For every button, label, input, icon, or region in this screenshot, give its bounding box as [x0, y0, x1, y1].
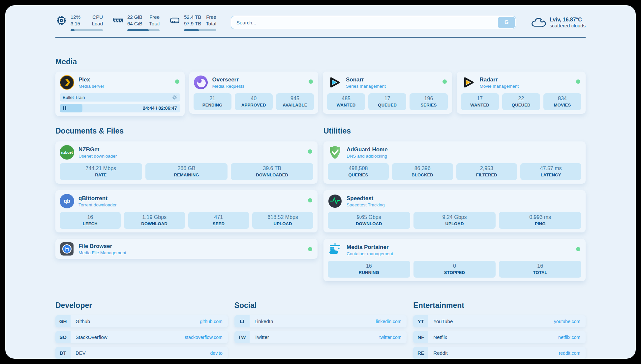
ram-total: 64 GiB: [127, 20, 142, 27]
link-linkedin[interactable]: LI LinkedIn linkedin.com: [234, 315, 407, 327]
stat-tile: 2,953FILTERED: [456, 163, 517, 180]
search-engine-button[interactable]: G: [498, 17, 515, 28]
weather-widget[interactable]: Lviv, 16.87°C scattered clouds: [531, 16, 586, 28]
adguard-card[interactable]: AdGuard Home DNS and adblocking 498,508Q…: [323, 141, 586, 184]
link-twitter[interactable]: TW Twitter twitter.com: [234, 331, 407, 343]
app-name: Speedtest: [347, 195, 385, 202]
nzbget-card[interactable]: nzbget NZBGet Usenet downloader 744.21 M…: [55, 141, 318, 184]
now-playing-row: Bullet Train: [60, 93, 180, 102]
qbittorrent-icon: qb: [60, 194, 74, 208]
link-stackoverflow[interactable]: SO StackOverflow stackoverflow.com: [55, 331, 228, 343]
app-subtitle: Series management: [346, 84, 386, 89]
gear-icon[interactable]: [172, 95, 177, 100]
stat-tile: 1.19 GbpsDOWNLOAD: [124, 212, 185, 229]
stat-tile: 0STOPPED: [413, 261, 496, 278]
stat-tile: 40APPROVED: [235, 93, 273, 110]
utilities-column: Utilities AdGuard Home DNS and adblockin…: [323, 127, 586, 288]
ram-free-label: Free: [149, 14, 160, 20]
portainer-card[interactable]: Media Portainer Container management 16R…: [323, 239, 586, 281]
section-title-entertainment: Entertainment: [413, 301, 586, 310]
app-name: AdGuard Home: [347, 146, 388, 153]
overseerr-icon: [194, 75, 208, 90]
cpu-load-value: 3.15: [71, 20, 80, 27]
app-subtitle: DNS and adblocking: [347, 154, 388, 159]
ram-free: 22 GiB: [127, 14, 142, 20]
sonarr-icon: [327, 75, 342, 90]
cloud-icon: [531, 16, 546, 28]
overseerr-card[interactable]: Overseerr Media Requests 21PENDING 40APP…: [189, 72, 319, 114]
status-dot: [308, 247, 312, 251]
cpu-progress-bar: [71, 29, 103, 31]
filebrowser-card[interactable]: File Browser Media File Management: [55, 239, 318, 259]
section-title-documents: Documents & Files: [55, 127, 318, 136]
link-dev[interactable]: DT DEV dev.to: [55, 347, 228, 359]
stat-tile: 86,396BLOCKED: [392, 163, 453, 180]
app-subtitle: Speedtest Tracking: [347, 202, 385, 207]
stat-tile: 17WANTED: [461, 93, 499, 110]
app-subtitle: Media server: [78, 84, 104, 89]
section-title-utilities: Utilities: [323, 127, 586, 136]
disk-total: 97.9 TB: [184, 20, 201, 27]
cpu-load-label: Load: [92, 20, 103, 27]
stat-tile: 21PENDING: [194, 93, 231, 110]
stat-tile: 39.6 TBDOWNLOADED: [231, 163, 313, 180]
section-title-social: Social: [234, 301, 407, 310]
status-dot: [175, 79, 179, 84]
disk-icon: [169, 15, 181, 26]
ram-progress-bar: [127, 29, 160, 31]
social-links: Social LI LinkedIn linkedin.com TW Twitt…: [234, 301, 407, 359]
search-bar: G: [231, 16, 516, 29]
status-dot: [576, 79, 580, 84]
media-cards-row: Plex Media server Bullet Train 24:44 / 0…: [55, 72, 586, 116]
disk-free: 52.4 TB: [184, 14, 201, 20]
stat-tile: 9.24 GbpsUPLOAD: [413, 212, 496, 229]
speedtest-card[interactable]: Speedtest Speedtest Tracking 9.65 GbpsDO…: [323, 190, 586, 232]
playback-time: 24:44 / 02:06:47: [143, 104, 177, 112]
dashboard-page: 12% 3.15 CPU Load 22 GiB: [5, 5, 636, 359]
link-badge: RE: [413, 347, 428, 359]
stat-tile: 834MOVIES: [543, 93, 581, 110]
disk-widget: 52.4 TB 97.9 TB Free Total: [169, 14, 216, 31]
weather-location-temp: Lviv, 16.87°C: [550, 17, 586, 23]
qbittorrent-card[interactable]: qb qBittorrent Torrent downloader 16LEEC…: [55, 190, 318, 232]
plex-card[interactable]: Plex Media server Bullet Train 24:44 / 0…: [55, 72, 185, 116]
disk-progress-bar: [184, 29, 216, 31]
link-netflix[interactable]: NF Netflix netflix.com: [413, 331, 586, 343]
link-github[interactable]: GH Github github.com: [55, 315, 228, 327]
link-badge: NF: [413, 331, 428, 343]
link-badge: TW: [234, 331, 250, 343]
ram-total-label: Total: [149, 20, 160, 27]
status-dot: [443, 79, 447, 84]
stat-tile: 9.65 GbpsDOWNLOAD: [328, 212, 410, 229]
stat-tile: 744.21 MbpsRATE: [60, 163, 142, 180]
disk-free-label: Free: [206, 14, 216, 20]
app-subtitle: Movie management: [480, 84, 519, 89]
app-name: Plex: [78, 76, 104, 83]
app-name: NZBGet: [78, 146, 117, 153]
pause-icon[interactable]: [63, 106, 66, 110]
app-subtitle: Media Requests: [212, 84, 245, 89]
adguard-icon: [328, 145, 342, 160]
stat-tile: 266 GBREMAINING: [145, 163, 228, 180]
weather-condition: scattered clouds: [550, 23, 586, 28]
app-subtitle: Usenet downloader: [78, 154, 117, 159]
stat-tile: 196SERIES: [410, 93, 447, 110]
header-divider: [55, 37, 586, 38]
stat-tile: 485WANTED: [327, 93, 365, 110]
sonarr-card[interactable]: Sonarr Series management 485WANTED 17QUE…: [323, 72, 452, 114]
app-name: Overseerr: [212, 76, 245, 83]
app-subtitle: Torrent downloader: [78, 202, 117, 207]
app-name: Media Portainer: [347, 244, 393, 251]
radarr-card[interactable]: Radarr Movie management 17WANTED 22QUEUE…: [457, 72, 586, 114]
app-subtitle: Media File Management: [78, 250, 126, 255]
stat-tile: 16LEECH: [60, 212, 121, 229]
cpu-icon: [55, 15, 67, 26]
cpu-label: CPU: [92, 14, 103, 20]
link-youtube[interactable]: YT YouTube youtube.com: [413, 315, 586, 327]
cpu-widget: 12% 3.15 CPU Load: [55, 14, 103, 31]
search-input[interactable]: [231, 16, 516, 29]
link-reddit[interactable]: RE Reddit reddit.com: [413, 347, 586, 359]
radarr-icon: [461, 75, 475, 90]
playback-progress-bar[interactable]: 24:44 / 02:06:47: [60, 104, 180, 112]
filebrowser-icon: [60, 242, 74, 256]
